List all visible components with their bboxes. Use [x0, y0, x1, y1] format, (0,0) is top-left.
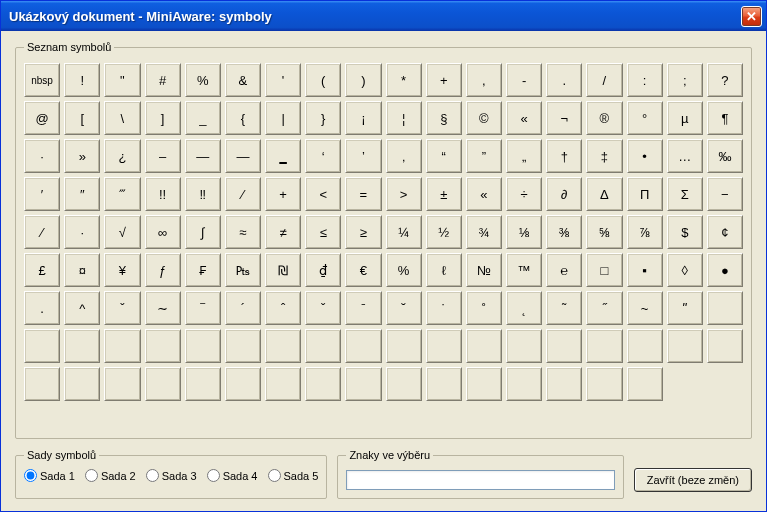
symbol-button[interactable]: Π [627, 177, 663, 211]
symbol-button[interactable]: ¿ [104, 139, 140, 173]
symbol-button[interactable]: < [305, 177, 341, 211]
symbol-button[interactable] [145, 367, 181, 401]
symbol-button[interactable]: ? [707, 63, 743, 97]
symbol-button[interactable]: ≥ [345, 215, 381, 249]
symbol-button[interactable] [64, 329, 100, 363]
symbol-button[interactable]: ‰ [707, 139, 743, 173]
selection-input[interactable] [346, 470, 614, 490]
symbol-button[interactable]: ― [225, 139, 261, 173]
symbol-button[interactable]: ~ [627, 291, 663, 325]
symbol-button[interactable] [426, 329, 462, 363]
symbol-button[interactable]: … [667, 139, 703, 173]
symbol-button[interactable]: ¦ [386, 101, 422, 135]
symbol-button[interactable]: ⅞ [627, 215, 663, 249]
symbol-button[interactable]: ¾ [466, 215, 502, 249]
symbol-button[interactable]: ™ [506, 253, 542, 287]
symbol-button[interactable]: - [506, 63, 542, 97]
symbol-button[interactable]: « [506, 101, 542, 135]
set-radio-label[interactable]: Sada 3 [146, 469, 197, 482]
symbol-button[interactable]: Σ [667, 177, 703, 211]
symbol-button[interactable]: ‚ [386, 139, 422, 173]
symbol-button[interactable] [506, 329, 542, 363]
symbol-button[interactable]: & [225, 63, 261, 97]
symbol-button[interactable]: ’ [345, 139, 381, 173]
symbol-button[interactable]: ‾ [185, 291, 221, 325]
symbol-button[interactable]: ˇ [305, 291, 341, 325]
symbol-button[interactable]: ‡ [586, 139, 622, 173]
symbol-button[interactable]: ˇ [104, 291, 140, 325]
symbol-button[interactable]: · [64, 215, 100, 249]
symbol-button[interactable]: † [546, 139, 582, 173]
symbol-button[interactable]: » [64, 139, 100, 173]
symbol-button[interactable] [104, 367, 140, 401]
symbol-button[interactable]: ′ [24, 177, 60, 211]
symbol-button[interactable] [265, 329, 301, 363]
symbol-button[interactable] [345, 367, 381, 401]
symbol-button[interactable]: ∼ [145, 291, 181, 325]
symbol-button[interactable]: ∕ [24, 215, 60, 249]
symbol-button[interactable]: # [145, 63, 181, 97]
symbol-button[interactable]: ∫ [185, 215, 221, 249]
symbol-button[interactable] [305, 329, 341, 363]
symbol-button[interactable] [546, 329, 582, 363]
symbol-button[interactable]: ʺ [667, 291, 703, 325]
symbol-button[interactable]: ≠ [265, 215, 301, 249]
symbol-button[interactable]: ‴ [104, 177, 140, 211]
symbol-button[interactable]: ⅛ [506, 215, 542, 249]
symbol-button[interactable]: – [145, 139, 181, 173]
symbol-button[interactable] [426, 367, 462, 401]
symbol-button[interactable]: ' [265, 63, 301, 97]
set-radio[interactable] [207, 469, 220, 482]
symbol-button[interactable]: . [546, 63, 582, 97]
symbol-button[interactable]: ∞ [145, 215, 181, 249]
set-radio-label[interactable]: Sada 2 [85, 469, 136, 482]
symbol-button[interactable]: } [305, 101, 341, 135]
symbol-button[interactable]: / [586, 63, 622, 97]
symbol-button[interactable] [145, 329, 181, 363]
symbol-button[interactable]: □ [586, 253, 622, 287]
symbol-button[interactable]: ] [145, 101, 181, 135]
symbol-button[interactable] [707, 329, 743, 363]
symbol-button[interactable]: • [627, 139, 663, 173]
symbol-button[interactable] [185, 329, 221, 363]
symbol-button[interactable] [586, 329, 622, 363]
symbol-button[interactable] [386, 329, 422, 363]
symbol-button[interactable]: ˚ [466, 291, 502, 325]
symbol-button[interactable]: ¼ [386, 215, 422, 249]
symbol-button[interactable]: ¢ [707, 215, 743, 249]
symbol-button[interactable] [667, 329, 703, 363]
symbol-button[interactable]: \ [104, 101, 140, 135]
symbol-button[interactable]: ˉ [345, 291, 381, 325]
symbol-button[interactable]: Δ [586, 177, 622, 211]
symbol-button[interactable]: $ [667, 215, 703, 249]
symbol-button[interactable] [24, 329, 60, 363]
symbol-button[interactable] [466, 367, 502, 401]
symbol-button[interactable]: · [24, 139, 60, 173]
symbol-button[interactable]: ₧ [225, 253, 261, 287]
symbol-button[interactable] [185, 367, 221, 401]
symbol-button[interactable] [546, 367, 582, 401]
symbol-button[interactable]: ˝ [586, 291, 622, 325]
symbol-button[interactable] [506, 367, 542, 401]
symbol-button[interactable]: > [386, 177, 422, 211]
symbol-button[interactable]: № [466, 253, 502, 287]
symbol-button[interactable] [225, 367, 261, 401]
symbol-button[interactable]: ≤ [305, 215, 341, 249]
set-radio[interactable] [268, 469, 281, 482]
symbol-button[interactable]: « [466, 177, 502, 211]
symbol-button[interactable]: ! [64, 63, 100, 97]
symbol-button[interactable]: = [345, 177, 381, 211]
symbol-button[interactable]: ₣ [185, 253, 221, 287]
symbol-button[interactable]: ₫ [305, 253, 341, 287]
symbol-button[interactable]: © [466, 101, 502, 135]
symbol-button[interactable] [265, 367, 301, 401]
symbol-button[interactable]: ¶ [707, 101, 743, 135]
symbol-button[interactable]: £ [24, 253, 60, 287]
symbol-button[interactable]: „ [506, 139, 542, 173]
symbol-button[interactable]: ‼ [185, 177, 221, 211]
symbol-button[interactable]: . [24, 291, 60, 325]
symbol-button[interactable] [64, 367, 100, 401]
set-radio-label[interactable]: Sada 4 [207, 469, 258, 482]
symbol-button[interactable]: @ [24, 101, 60, 135]
symbol-button[interactable]: ≈ [225, 215, 261, 249]
